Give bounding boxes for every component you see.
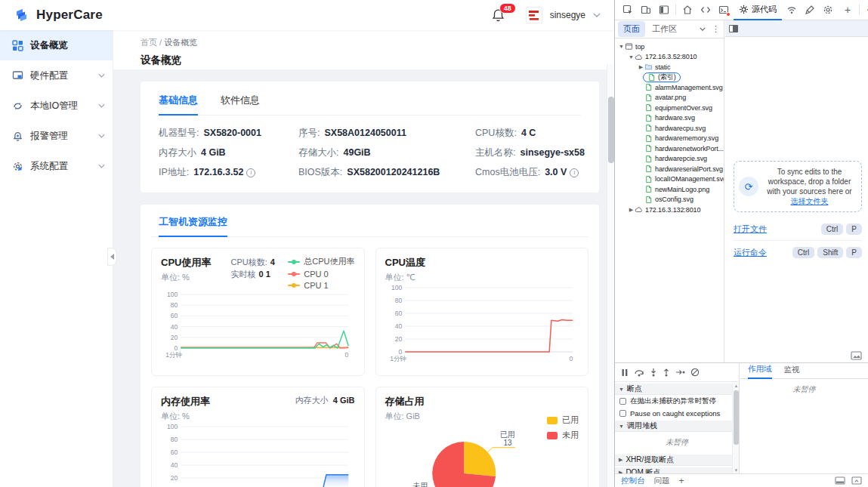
tree-item-cloud[interactable]: ▼172.16.3.52:8010 (615, 52, 724, 63)
step-over-icon[interactable] (634, 368, 644, 377)
legend-item[interactable]: 已用 (547, 415, 579, 426)
user-avatar[interactable] (526, 7, 542, 23)
call-stack-status: 未暂停 (615, 432, 739, 453)
main-scrollbar-thumb[interactable] (608, 97, 614, 163)
bottom-add-tab-icon[interactable]: + (679, 476, 684, 486)
grid-icon (12, 40, 23, 51)
tree-item-frame[interactable]: ▼top (615, 42, 724, 52)
tree-item-file[interactable]: equipmentOver.svg (615, 103, 724, 113)
tree-item-file[interactable]: hardwarememory.svg (615, 134, 724, 144)
legend-item[interactable]: 未用 (547, 430, 579, 441)
shortcut-command-link[interactable]: 运行命令 (734, 247, 767, 258)
tree-collapsed-arrow-icon[interactable]: ▶ (628, 207, 635, 213)
dock-panel-icon[interactable] (656, 2, 672, 18)
tree-item-cloud[interactable]: ▶172.16.3.132:8010 (615, 205, 724, 215)
scope-tab-1[interactable]: 监视 (784, 365, 800, 378)
chart-card-storage: 存储占用单位: GiB已用未用已用13未用36 (375, 387, 589, 487)
tree-item-file[interactable]: hardwarepcie.svg (615, 154, 724, 165)
debugger-scrollbar-thumb[interactable] (734, 390, 739, 445)
tree-collapsed-arrow-icon[interactable]: ▶ (638, 64, 644, 70)
breadcrumb-home[interactable]: 首页 (141, 38, 157, 47)
welcome-home-icon[interactable] (679, 2, 696, 18)
step-out-icon[interactable] (663, 368, 670, 377)
checkbox[interactable] (619, 410, 626, 417)
navigator-tab-0[interactable]: 页面 (618, 21, 645, 37)
info-tab-0[interactable]: 基础信息 (159, 94, 198, 116)
info-circle-icon[interactable]: i (246, 168, 255, 177)
navigator-menu-icon[interactable]: ⋮ (709, 24, 722, 34)
tree-item-file[interactable]: (索引) (615, 72, 724, 83)
tree-item-file[interactable]: alarmManagement.svg (615, 82, 724, 93)
sidebar-item-1[interactable]: 硬件配置 (0, 60, 113, 91)
shortcut-command-link[interactable]: 打开文件 (734, 223, 767, 235)
svg-text:60: 60 (394, 310, 402, 317)
scope-tab-0[interactable]: 作用域 (748, 364, 772, 379)
chevron-down-icon (98, 73, 105, 78)
device-toolbar-icon[interactable] (638, 2, 654, 18)
notification-bell[interactable]: 48 (492, 8, 505, 23)
sidebar-item-2[interactable]: 本地IO管理 (0, 91, 113, 121)
checkbox[interactable] (619, 398, 626, 405)
tree-item-file[interactable]: hardwareserialPort.svg (615, 164, 724, 174)
debugger-scrollbar[interactable]: ▲ ▼ (732, 383, 739, 473)
tools-icon[interactable] (802, 2, 818, 18)
legend-item[interactable]: CPU 0 (288, 270, 354, 279)
navigator-tab-1[interactable]: 工作区 (647, 21, 682, 37)
sidebar-collapse-handle[interactable] (107, 248, 117, 266)
tree-expanded-arrow-icon[interactable]: ▼ (618, 44, 625, 49)
info-tab-1[interactable]: 软件信息 (221, 94, 260, 115)
tree-item-file[interactable]: hardware.svg (615, 113, 724, 124)
info-circle-icon[interactable]: i (570, 168, 579, 177)
expand-triangle-icon: ▼ (619, 424, 624, 429)
inspect-element-icon[interactable] (619, 2, 636, 18)
tree-item-file[interactable]: avatar.png (615, 93, 724, 103)
show-navigator-icon[interactable] (728, 24, 739, 33)
username[interactable]: sinsegye (550, 10, 585, 20)
step-into-icon[interactable] (650, 368, 657, 377)
legend-marker (288, 273, 300, 275)
tree-item-file[interactable]: osConfig.svg (615, 195, 724, 205)
deactivate-breakpoints-icon[interactable] (690, 368, 700, 377)
tree-item-folder[interactable]: ▶static (615, 62, 724, 72)
step-icon[interactable] (675, 368, 685, 376)
elements-panel-icon[interactable] (697, 2, 714, 18)
section-call-stack[interactable]: ▼ 调用堆栈 (615, 421, 739, 432)
bottom-tab-1[interactable]: 问题 (654, 476, 670, 486)
legend-item[interactable]: 总CPU使用率 (288, 256, 354, 267)
legend-item[interactable]: CPU 1 (288, 281, 354, 290)
expand-drawer-icon[interactable] (851, 476, 862, 485)
tab-resource-monitor[interactable]: 工智机资源监控 (159, 215, 227, 237)
bottom-tab-0[interactable]: 控制台 (621, 476, 645, 486)
settings-gear-icon[interactable] (820, 2, 836, 18)
user-menu-chevron-icon[interactable] (593, 13, 601, 17)
svg-text:已用: 已用 (500, 430, 515, 439)
file-icon (644, 155, 653, 163)
select-folder-link[interactable]: 选择文件夹 (791, 197, 829, 205)
tree-item-file[interactable]: hardwarenetworkPort... (615, 143, 724, 154)
scroll-up-icon[interactable]: ▲ (733, 384, 740, 388)
section-collapsed-1[interactable]: ▶DOM 断点 (615, 467, 739, 473)
tree-item-file[interactable]: newMainLogo.png (615, 184, 724, 195)
navigator-overflow-chevron-icon[interactable] (697, 27, 708, 31)
section-collapsed-0[interactable]: ▶XHR/提取断点 (615, 455, 739, 466)
dock-bottom-icon[interactable] (835, 476, 845, 485)
console-panel-icon[interactable] (715, 2, 732, 18)
sidebar-item-3[interactable]: 报警管理 (0, 121, 113, 151)
main-scrollbar[interactable] (607, 64, 614, 487)
tree-expanded-arrow-icon[interactable]: ▼ (628, 54, 635, 60)
more-options-icon[interactable]: ⋯ (863, 2, 868, 18)
field-label: Cmos电池电压: (475, 167, 540, 177)
pause-script-icon[interactable] (621, 368, 629, 377)
add-tab-plus-icon[interactable]: + (839, 2, 856, 18)
pie-slice-已用[interactable] (464, 442, 496, 476)
sidebar-item-0[interactable]: 设备概览 (0, 30, 113, 60)
network-conditions-icon[interactable] (783, 2, 800, 18)
section-breakpoints[interactable]: ▼ 断点 (615, 384, 739, 395)
editor-media-icon[interactable] (851, 351, 862, 360)
tree-item-file[interactable]: hardwarecpu.svg (615, 123, 724, 134)
tab-sources[interactable]: 源代码 (734, 0, 782, 20)
sidebar-item-4[interactable]: 系统配置 (0, 151, 113, 181)
scroll-down-icon[interactable]: ▼ (733, 468, 740, 473)
tree-item-file[interactable]: localIOManagement.svg (615, 174, 724, 185)
info-field: 存储大小:49GiB (298, 146, 439, 159)
